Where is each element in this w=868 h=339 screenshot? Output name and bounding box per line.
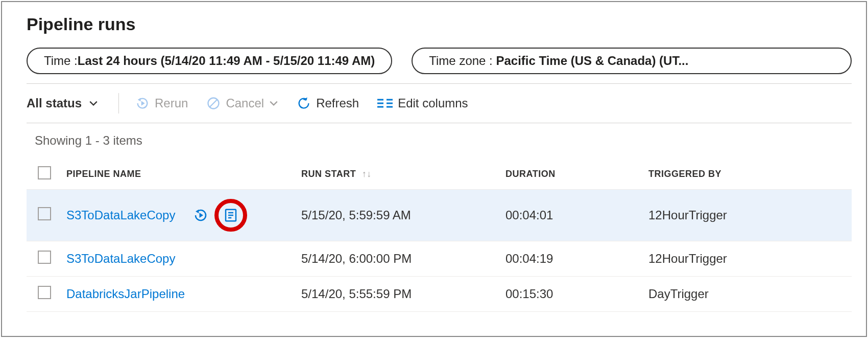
table-row[interactable]: S3ToDataLakeCopy 5/14/20, 6:00:00 PM 00:… (27, 241, 852, 277)
status-filter-label: All status (27, 96, 82, 110)
cancel-button[interactable]: Cancel (199, 94, 285, 112)
rerun-row-icon[interactable] (193, 208, 208, 223)
triggered-by-cell: 12HourTrigger (643, 241, 852, 277)
duration-cell: 00:15:30 (500, 277, 643, 312)
cancel-label: Cancel (226, 96, 264, 110)
col-select (27, 159, 61, 190)
table-row[interactable]: S3ToDataLakeCopy (27, 190, 852, 241)
row-checkbox[interactable] (38, 207, 51, 220)
col-run-start-label: RUN START (301, 169, 356, 179)
edit-columns-button[interactable]: Edit columns (370, 94, 475, 112)
col-triggered-by[interactable]: TRIGGERED BY (643, 159, 852, 190)
timezone-filter-label: Time zone : (429, 54, 496, 67)
rerun-label: Rerun (155, 96, 188, 110)
edit-columns-icon (377, 98, 393, 109)
time-filter-value: Last 24 hours (5/14/20 11:49 AM - 5/15/2… (78, 54, 375, 68)
run-start-cell: 5/14/20, 5:55:59 PM (296, 277, 500, 312)
page-title: Pipeline runs (27, 14, 852, 34)
pipeline-link[interactable]: DatabricksJarPipeline (66, 287, 185, 301)
consumption-highlight-ring[interactable] (214, 199, 247, 232)
col-run-start[interactable]: RUN START ↑↓ (296, 159, 500, 190)
pipeline-runs-panel: Pipeline runs Time : Last 24 hours (5/14… (1, 1, 867, 337)
run-start-cell: 5/14/20, 6:00:00 PM (296, 241, 500, 277)
time-filter-pill[interactable]: Time : Last 24 hours (5/14/20 11:49 AM -… (27, 48, 392, 74)
refresh-button[interactable]: Refresh (290, 94, 366, 112)
chevron-down-icon (89, 99, 98, 108)
col-duration[interactable]: DURATION (500, 159, 643, 190)
refresh-label: Refresh (316, 96, 359, 110)
refresh-icon (297, 96, 311, 110)
cancel-icon (206, 96, 221, 110)
table-row[interactable]: DatabricksJarPipeline 5/14/20, 5:55:59 P… (27, 277, 852, 312)
rerun-icon (135, 96, 150, 110)
select-all-checkbox[interactable] (38, 166, 51, 179)
col-pipeline-name[interactable]: PIPELINE NAME (61, 159, 296, 190)
timezone-filter-value: Pacific Time (US & Canada) (UT... (496, 54, 688, 67)
consumption-icon (223, 208, 238, 223)
run-start-cell: 5/15/20, 5:59:59 AM (296, 190, 500, 241)
duration-cell: 00:04:01 (500, 190, 643, 241)
pipeline-link[interactable]: S3ToDataLakeCopy (66, 252, 175, 265)
pipeline-link[interactable]: S3ToDataLakeCopy (66, 208, 184, 222)
chevron-down-icon (269, 99, 278, 108)
filter-row: Time : Last 24 hours (5/14/20 11:49 AM -… (27, 48, 852, 74)
time-filter-label: Time : (44, 54, 78, 68)
svg-line-1 (210, 100, 217, 107)
timezone-filter-pill[interactable]: Time zone : Pacific Time (US & Canada) (… (412, 48, 852, 74)
rerun-button[interactable]: Rerun (128, 94, 195, 112)
row-checkbox[interactable] (38, 251, 51, 264)
triggered-by-cell: 12HourTrigger (643, 190, 852, 241)
duration-cell: 00:04:19 (500, 241, 643, 277)
sort-icon: ↑↓ (362, 169, 372, 179)
status-filter-dropdown[interactable]: All status (27, 96, 109, 110)
triggered-by-cell: DayTrigger (643, 277, 852, 312)
row-checkbox[interactable] (38, 286, 51, 299)
result-count: Showing 1 - 3 items (27, 123, 852, 159)
edit-columns-label: Edit columns (398, 96, 468, 110)
toolbar-divider (118, 93, 119, 114)
toolbar: All status Rerun Cancel R (27, 83, 852, 123)
runs-table: PIPELINE NAME RUN START ↑↓ DURATION TRIG… (27, 159, 852, 312)
